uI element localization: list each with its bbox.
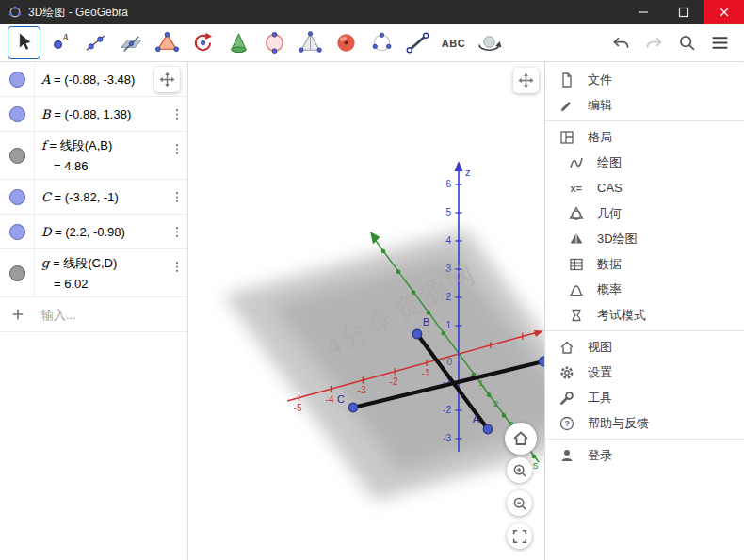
text-tool-button[interactable]: ABC [437,26,470,59]
toolbar: A ABC [0,24,744,62]
menu-item-exam-mode[interactable]: 考试模式 [545,302,744,328]
row-menu-button-B[interactable] [167,97,187,131]
visibility-marble-B[interactable] [9,106,25,122]
zoom-out-button[interactable] [507,490,532,516]
row-menu-button-f[interactable] [167,132,187,179]
svg-text:-2: -2 [390,376,398,387]
sphere-icon [332,29,360,56]
z-axis-label: z [465,167,471,178]
minimize-button[interactable] [623,0,663,24]
fullscreen-button[interactable] [507,523,532,549]
point-A[interactable] [483,424,493,434]
polygon-tool-button[interactable] [151,26,184,59]
point-set-tool-button[interactable] [365,26,398,59]
toolbar-right-group [607,30,744,56]
sphere-point-tool-button[interactable] [258,26,291,59]
kebab-menu-icon [175,260,179,274]
point-C[interactable] [348,403,358,412]
plus-icon [10,307,25,322]
sphere-points-icon [261,29,288,56]
geometry-icon [568,205,585,222]
menu-item-3d-graphics[interactable]: 3D绘图 [545,226,744,251]
row-menu-button-g[interactable] [167,249,187,296]
menu-item-help-feedback[interactable]: ? 帮助与反馈 [545,410,744,436]
menu-item-probability[interactable]: 概率 [545,277,744,302]
algebra-row-D[interactable]: D = (2.2, -0.98) [0,215,187,249]
exam-icon [568,307,585,324]
rotate-view-tool-button[interactable] [473,26,506,59]
row-menu-button-C[interactable] [167,180,187,214]
visibility-marble-A[interactable] [9,72,25,88]
zoom-in-button[interactable] [507,457,532,483]
titlebar: 3D绘图 - GeoGebra [0,0,744,24]
add-input-button[interactable] [0,307,35,322]
point-D[interactable] [539,357,544,366]
search-button[interactable] [673,30,700,56]
svg-text:-3: -3 [358,385,366,395]
menu-item-sign-in[interactable]: 登录 [545,442,744,468]
algebra-row-B[interactable]: B = (-0.88, 1.38) [0,97,187,132]
algebra-row-C[interactable]: C = (-3.82, -1) [0,180,187,215]
svg-text:2: 2 [493,398,498,408]
maximize-button[interactable] [663,0,704,24]
menu-item-geometry[interactable]: 几何 [545,200,744,226]
content-area: A = (-0.88, -3.48) B = (-0.88, 1.38) f =… [0,62,744,560]
menu-item-edit[interactable]: 编辑 [545,92,744,118]
move-tool-button[interactable] [8,26,40,59]
algebra-input[interactable] [35,308,211,322]
cas-icon: x= [568,180,585,197]
undo-button[interactable] [607,30,634,56]
menu-item-tools[interactable]: 工具 [545,385,744,410]
point-B[interactable] [412,329,422,339]
point-label-B: B [423,316,429,328]
sign-in-user-icon [558,447,575,464]
close-icon [719,7,730,18]
pyramid-tool-button[interactable] [294,26,327,59]
move-arrows-icon [518,72,534,88]
file-icon [558,72,575,88]
kebab-menu-icon [175,225,179,239]
algebra-input-row [0,297,187,332]
plane-tool-button[interactable] [115,26,148,59]
hamburger-menu-button[interactable] [706,30,733,56]
rotate-arrows-icon [189,29,217,56]
menu-item-views[interactable]: 视图 [545,334,744,360]
menu-item-cas[interactable]: x= CAS [545,175,744,200]
redo-button[interactable] [640,30,667,56]
line-tool-button[interactable] [79,26,112,59]
algebra-row-f[interactable]: f = 线段(A,B) = 4.86 [0,132,187,180]
definition-D: D = (2.2, -0.98) [41,225,165,239]
window-title: 3D绘图 - GeoGebra [28,5,128,21]
menu-divider [545,439,744,440]
home-view-button[interactable] [505,423,537,455]
menu-item-graphing[interactable]: 绘图 [545,150,744,175]
cone-tool-button[interactable] [222,26,255,59]
svg-text:4: 4 [445,235,451,246]
definition-f: f = 线段(A,B) [41,137,165,154]
visibility-marble-g[interactable] [9,265,25,281]
help-icon: ? [558,415,575,432]
segment-tool-button[interactable] [401,26,434,59]
visibility-marble-D[interactable] [9,224,25,240]
visibility-marble-C[interactable] [9,189,25,205]
svg-text:6: 6 [445,179,451,189]
sphere-tool-button[interactable] [330,26,363,59]
menu-item-spreadsheet[interactable]: 数据 [545,251,744,277]
value-f: = 4.86 [41,159,165,173]
algebra-row-g[interactable]: g = 线段(C,D) = 6.02 [0,249,187,297]
close-button[interactable] [704,0,744,24]
menu-item-file[interactable]: 文件 [545,67,744,92]
graphics-3d-canvas[interactable]: -5 -4 -3 -2 -1 [188,62,544,560]
point-tool-button[interactable]: A [43,26,76,59]
algebra-drag-handle[interactable] [154,67,180,92]
row-menu-button-D[interactable] [167,215,187,248]
menu-item-perspectives[interactable]: 格局 [545,124,744,150]
visibility-marble-f[interactable] [9,148,25,164]
rotate-object-tool-button[interactable] [186,26,219,59]
svg-text:-4: -4 [326,394,334,405]
graphics-drag-handle[interactable] [513,68,539,93]
graphics-3d-view[interactable]: -5 -4 -3 -2 -1 [188,62,544,560]
menu-item-settings[interactable]: 设置 [545,360,744,385]
cursor-icon [10,29,38,56]
views-icon [558,339,575,356]
